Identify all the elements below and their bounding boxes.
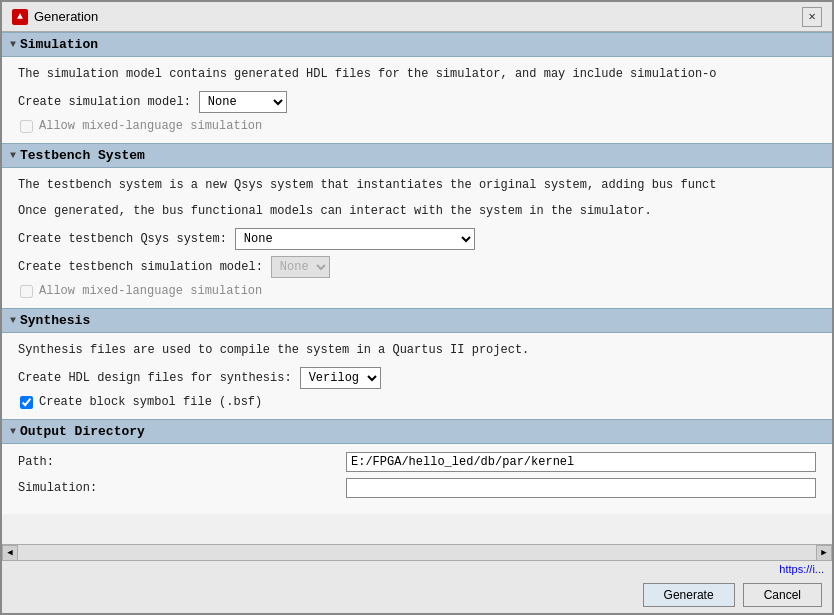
simulation-title: Simulation [20, 37, 98, 52]
simulation-arrow: ▼ [10, 39, 16, 50]
title-bar: ▲ Generation ✕ [2, 2, 832, 32]
close-button[interactable]: ✕ [802, 7, 822, 27]
testbench-allow-mixed-checkbox[interactable] [20, 285, 33, 298]
create-qsys-label: Create testbench Qsys system: [18, 232, 227, 246]
allow-mixed-simulation-checkbox[interactable] [20, 120, 33, 133]
synthesis-desc: Synthesis files are used to compile the … [18, 341, 816, 359]
bottom-spacer [2, 514, 832, 534]
create-simulation-row: Create simulation model: None ModelSim V… [18, 91, 816, 113]
simulation-desc: The simulation model contains generated … [18, 65, 816, 83]
create-bsf-checkbox[interactable] [20, 396, 33, 409]
simulation-body: The simulation model contains generated … [2, 57, 832, 143]
simulation-path-row: Simulation: [18, 478, 816, 498]
create-qsys-row: Create testbench Qsys system: None BFM S… [18, 228, 816, 250]
generation-dialog: ▲ Generation ✕ ▼ Simulation The simulati… [0, 0, 834, 615]
testbench-body: The testbench system is a new Qsys syste… [2, 168, 832, 308]
synthesis-header[interactable]: ▼ Synthesis [2, 308, 832, 333]
hscroll-left-arrow[interactable]: ◀ [2, 545, 18, 561]
testbench-arrow: ▼ [10, 150, 16, 161]
title-bar-left: ▲ Generation [12, 9, 98, 25]
path-row: Path: [18, 452, 816, 472]
testbench-desc-1: The testbench system is a new Qsys syste… [18, 176, 816, 194]
output-directory-section: ▼ Output Directory Path: Simulation: [2, 419, 832, 514]
create-hdl-row: Create HDL design files for synthesis: V… [18, 367, 816, 389]
create-bsf-label: Create block symbol file (.bsf) [39, 395, 262, 409]
output-directory-arrow: ▼ [10, 426, 16, 437]
create-testbench-sim-label: Create testbench simulation model: [18, 260, 263, 274]
testbench-header[interactable]: ▼ Testbench System [2, 143, 832, 168]
testbench-allow-mixed-row: Allow mixed-language simulation [20, 284, 816, 298]
testbench-allow-mixed-label: Allow mixed-language simulation [39, 284, 262, 298]
cancel-button[interactable]: Cancel [743, 583, 822, 607]
simulation-section: ▼ Simulation The simulation model contai… [2, 32, 832, 143]
simulation-header[interactable]: ▼ Simulation [2, 32, 832, 57]
dialog-title: Generation [34, 9, 98, 24]
content-wrapper: ▼ Simulation The simulation model contai… [2, 32, 832, 544]
synthesis-body: Synthesis files are used to compile the … [2, 333, 832, 419]
create-bsf-row: Create block symbol file (.bsf) [20, 395, 816, 409]
testbench-title: Testbench System [20, 148, 145, 163]
path-input[interactable] [346, 452, 816, 472]
create-simulation-label: Create simulation model: [18, 95, 191, 109]
create-simulation-select[interactable]: None ModelSim VCS [199, 91, 287, 113]
synthesis-arrow: ▼ [10, 315, 16, 326]
synthesis-title: Synthesis [20, 313, 90, 328]
create-testbench-sim-row: Create testbench simulation model: None [18, 256, 816, 278]
create-qsys-select[interactable]: None BFM Standard [235, 228, 475, 250]
main-scroll-area[interactable]: ▼ Simulation The simulation model contai… [2, 32, 832, 544]
path-label: Path: [18, 455, 338, 469]
simulation-path-label: Simulation: [18, 481, 338, 495]
create-hdl-label: Create HDL design files for synthesis: [18, 371, 292, 385]
create-testbench-sim-select[interactable]: None [271, 256, 330, 278]
testbench-section: ▼ Testbench System The testbench system … [2, 143, 832, 308]
bottom-bar: https://i... Generate Cancel [2, 560, 832, 613]
output-directory-body: Path: Simulation: [2, 444, 832, 514]
allow-mixed-simulation-label: Allow mixed-language simulation [39, 119, 262, 133]
simulation-path-input[interactable] [346, 478, 816, 498]
output-directory-title: Output Directory [20, 424, 145, 439]
testbench-desc-2: Once generated, the bus functional model… [18, 202, 816, 220]
generate-button[interactable]: Generate [643, 583, 735, 607]
allow-mixed-simulation-row: Allow mixed-language simulation [20, 119, 816, 133]
create-hdl-select[interactable]: Verilog VHDL [300, 367, 381, 389]
matlab-icon: ▲ [12, 9, 28, 25]
hscroll-track[interactable] [18, 545, 816, 560]
synthesis-section: ▼ Synthesis Synthesis files are used to … [2, 308, 832, 419]
hscroll-right-arrow[interactable]: ▶ [816, 545, 832, 561]
horizontal-scrollbar[interactable]: ◀ ▶ [2, 544, 832, 560]
status-bar: https://i... [2, 561, 832, 577]
button-row: Generate Cancel [2, 577, 832, 613]
output-directory-header[interactable]: ▼ Output Directory [2, 419, 832, 444]
